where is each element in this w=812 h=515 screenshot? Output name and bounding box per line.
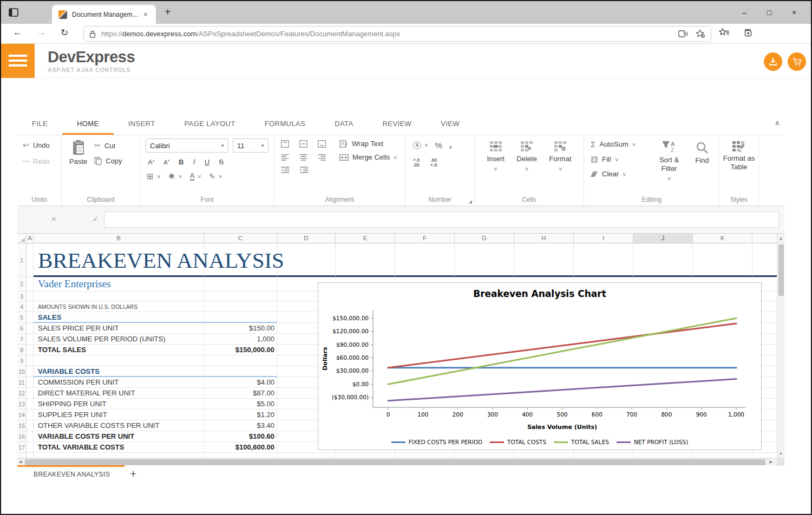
cell[interactable]: [336, 243, 395, 277]
cell-a11[interactable]: [27, 377, 34, 388]
cell-c13[interactable]: $5.00: [204, 399, 277, 410]
chevron-down-icon[interactable]: ∨: [178, 174, 183, 179]
cell-c9[interactable]: [204, 355, 277, 366]
align-right-icon[interactable]: [318, 154, 326, 161]
chevron-down-icon[interactable]: ∨: [156, 174, 161, 179]
currency-format-icon[interactable]: $: [413, 141, 421, 149]
chevron-down-icon[interactable]: ∨: [424, 142, 429, 148]
scroll-up-icon[interactable]: ▲: [777, 236, 784, 240]
cell-a4[interactable]: [27, 301, 34, 312]
cell-b11[interactable]: COMMISSION PER UNIT: [34, 377, 204, 388]
select-all-corner[interactable]: [17, 234, 27, 243]
row-header-11[interactable]: 11: [17, 377, 27, 388]
ribbon-tab-view[interactable]: VIEW: [426, 113, 474, 135]
row-header-15[interactable]: 15: [17, 420, 27, 431]
browser-tab[interactable]: Document Management - ASP.N ×: [52, 5, 156, 24]
row-header-partial[interactable]: [17, 453, 27, 458]
tab-actions-icon[interactable]: [8, 6, 19, 18]
window-close-button[interactable]: ×: [782, 8, 807, 17]
brand[interactable]: DevExpress ASP.NET AJAX CONTROLS: [48, 48, 135, 73]
cell-b2[interactable]: Vader Enterprises: [34, 277, 204, 292]
formula-input[interactable]: [104, 212, 779, 228]
clear-button[interactable]: Clear∨: [591, 170, 651, 178]
column-header-k[interactable]: K: [693, 234, 752, 243]
column-header-i[interactable]: I: [574, 234, 633, 243]
cell-c16[interactable]: $100.60: [204, 431, 277, 442]
cell-b15[interactable]: OTHER VARIABLE COSTS PER UNIT: [34, 420, 204, 431]
row-header-9[interactable]: 9: [17, 355, 27, 366]
cell[interactable]: [455, 453, 514, 458]
row-header-16[interactable]: 16: [17, 431, 27, 442]
sheet-tab-breakeven-analysis[interactable]: BREAKEVEN ANALYSIS: [34, 471, 110, 478]
ribbon-tab-home[interactable]: HOME: [62, 113, 114, 135]
row-header-2[interactable]: 2: [17, 277, 27, 292]
horizontal-scrollbar[interactable]: ◀ ▶: [17, 458, 784, 465]
cell-c[interactable]: [204, 453, 277, 458]
column-header-h[interactable]: H: [514, 234, 574, 243]
italic-button[interactable]: I: [193, 157, 195, 166]
cell[interactable]: [277, 243, 336, 277]
cell-b9[interactable]: [34, 355, 204, 366]
cell-b17[interactable]: TOTAL VARIABLE COSTS: [34, 442, 204, 453]
cell-a7[interactable]: [27, 334, 34, 345]
back-button[interactable]: ←: [13, 27, 22, 38]
row-header-12[interactable]: 12: [17, 388, 27, 399]
cell-c15[interactable]: $3.40: [204, 420, 277, 431]
vertical-scrollbar-thumb[interactable]: [778, 245, 784, 296]
formula-confirm-icon[interactable]: ✓: [92, 214, 99, 224]
scroll-down-icon[interactable]: ▼: [777, 452, 784, 455]
wrap-text-button[interactable]: Wrap Text: [339, 140, 383, 148]
strikethrough-button[interactable]: S: [219, 158, 224, 166]
underline-button[interactable]: U: [205, 158, 209, 166]
cell-b16[interactable]: VARIABLE COSTS PER UNIT: [34, 431, 204, 442]
copy-button[interactable]: Copy: [94, 157, 122, 165]
cell-a12[interactable]: [27, 388, 34, 399]
download-button[interactable]: [764, 52, 782, 71]
cell-a15[interactable]: [27, 420, 34, 431]
collections-icon[interactable]: [743, 28, 754, 38]
align-bottom-icon[interactable]: [318, 140, 326, 148]
refresh-button[interactable]: ↻: [61, 27, 68, 38]
row-header-3[interactable]: 3: [17, 292, 27, 301]
cell-a17[interactable]: [27, 442, 34, 453]
cell-c12[interactable]: $87.00: [204, 388, 277, 399]
cell-b8[interactable]: TOTAL SALES: [34, 345, 204, 355]
bold-button[interactable]: B: [179, 158, 184, 166]
cell-a8[interactable]: [27, 345, 34, 355]
scroll-left-icon[interactable]: ◀: [19, 460, 22, 464]
cell-c6[interactable]: $150.00: [204, 323, 277, 334]
ribbon-tab-insert[interactable]: INSERT: [114, 113, 170, 135]
row-header-6[interactable]: 6: [17, 323, 27, 334]
cell-b4[interactable]: AMOUNTS SHOWN IN U.S. DOLLARS: [34, 301, 204, 312]
cell[interactable]: [455, 243, 514, 277]
column-header-f[interactable]: F: [395, 234, 455, 243]
row-header-14[interactable]: 14: [17, 410, 27, 420]
read-aloud-icon[interactable]: [678, 30, 688, 38]
cell[interactable]: [277, 453, 336, 458]
breakeven-chart[interactable]: Breakeven Analysis Chart $150,000.00$120…: [318, 282, 762, 450]
row-header-17[interactable]: 17: [17, 442, 27, 453]
align-middle-icon[interactable]: [299, 140, 307, 148]
cell-c5[interactable]: [204, 312, 277, 323]
column-header-a[interactable]: A: [27, 234, 34, 243]
font-family-select[interactable]: Calibri▾: [146, 138, 228, 153]
column-header-d[interactable]: D: [277, 234, 336, 243]
cell[interactable]: [693, 453, 752, 458]
cell-c10[interactable]: [204, 366, 277, 377]
cell-c17[interactable]: $100,600.00: [204, 442, 277, 453]
cell-b5[interactable]: SALES: [34, 312, 204, 323]
cell-b1[interactable]: BREAKEVEN ANALYSIS: [34, 243, 204, 277]
cell[interactable]: [633, 243, 693, 277]
add-favorite-icon[interactable]: [696, 29, 705, 38]
cell-c14[interactable]: $1.20: [204, 410, 277, 420]
percent-format-icon[interactable]: %: [435, 141, 442, 150]
cell-c11[interactable]: $4.00: [204, 377, 277, 388]
cell-b14[interactable]: SUPPLIES PER UNIT: [34, 410, 204, 420]
ribbon-tab-review[interactable]: REVIEW: [368, 113, 427, 135]
cell-a16[interactable]: [27, 431, 34, 442]
row-header-1[interactable]: 1: [17, 243, 27, 277]
cell-a14[interactable]: [27, 410, 34, 420]
cell[interactable]: [514, 243, 574, 277]
cell-b12[interactable]: DIRECT MATERIAL PER UNIT: [34, 388, 204, 399]
autosum-button[interactable]: ΣAutoSum∨: [591, 140, 651, 149]
